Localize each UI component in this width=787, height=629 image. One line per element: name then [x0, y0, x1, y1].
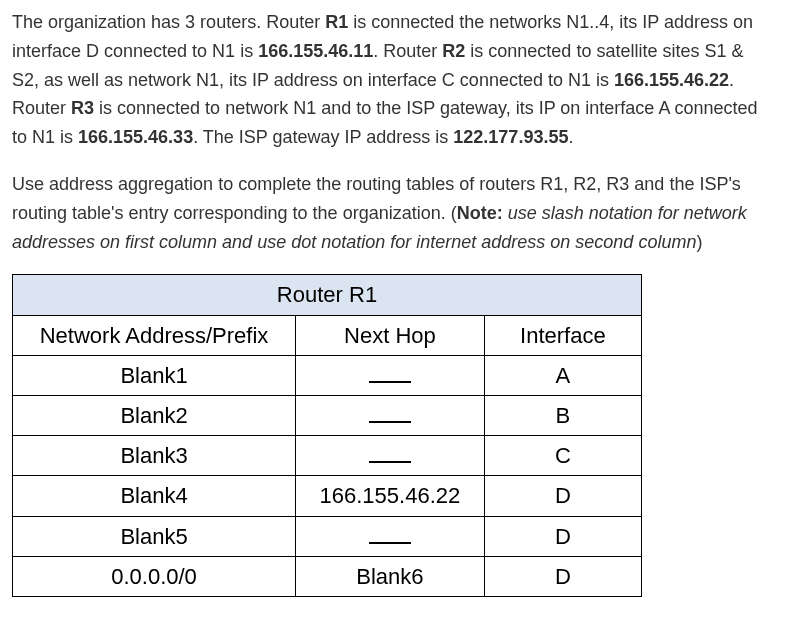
cell-interface: D — [484, 516, 641, 556]
cell-interface: B — [484, 395, 641, 435]
table-row: Blank2 B — [13, 395, 642, 435]
router-r3-bold: R3 — [71, 98, 94, 118]
text: . — [568, 127, 573, 147]
cell-network: Blank2 — [13, 395, 296, 435]
text: . Router — [373, 41, 442, 61]
text: The organization has 3 routers. Router — [12, 12, 325, 32]
cell-network: 0.0.0.0/0 — [13, 556, 296, 596]
router-r1-bold: R1 — [325, 12, 348, 32]
cell-interface: C — [484, 436, 641, 476]
header-network: Network Address/Prefix — [13, 315, 296, 355]
blank-dash — [369, 361, 411, 383]
blank-dash — [369, 522, 411, 544]
cell-next-hop — [296, 516, 485, 556]
table-row: Blank1 A — [13, 355, 642, 395]
blank-dash — [369, 441, 411, 463]
ip2-bold: 166.155.46.22 — [614, 70, 729, 90]
ip4-bold: 122.177.93.55 — [453, 127, 568, 147]
cell-network: Blank4 — [13, 476, 296, 516]
cell-network: Blank1 — [13, 355, 296, 395]
cell-network: Blank3 — [13, 436, 296, 476]
table-header-row: Network Address/Prefix Next Hop Interfac… — [13, 315, 642, 355]
problem-paragraph-2: Use address aggregation to complete the … — [12, 170, 775, 256]
cell-interface: A — [484, 355, 641, 395]
ip1-bold: 166.155.46.11 — [258, 41, 373, 61]
cell-next-hop — [296, 355, 485, 395]
routing-table-r1: Router R1 Network Address/Prefix Next Ho… — [12, 274, 642, 597]
blank-dash — [369, 401, 411, 423]
cell-interface: D — [484, 476, 641, 516]
text: . The ISP gateway IP address is — [193, 127, 453, 147]
cell-interface: D — [484, 556, 641, 596]
table-row: Blank3 C — [13, 436, 642, 476]
table-row: Blank5 D — [13, 516, 642, 556]
table-title-row: Router R1 — [13, 275, 642, 315]
problem-paragraph-1: The organization has 3 routers. Router R… — [12, 8, 775, 152]
cell-next-hop — [296, 395, 485, 435]
router-r2-bold: R2 — [442, 41, 465, 61]
cell-network: Blank5 — [13, 516, 296, 556]
cell-next-hop — [296, 436, 485, 476]
header-next-hop: Next Hop — [296, 315, 485, 355]
table-row: Blank4 166.155.46.22 D — [13, 476, 642, 516]
text: ) — [696, 232, 702, 252]
table-row: 0.0.0.0/0 Blank6 D — [13, 556, 642, 596]
cell-next-hop: 166.155.46.22 — [296, 476, 485, 516]
table-title: Router R1 — [13, 275, 642, 315]
header-interface: Interface — [484, 315, 641, 355]
ip3-bold: 166.155.46.33 — [78, 127, 193, 147]
cell-next-hop: Blank6 — [296, 556, 485, 596]
note-label: Note: — [457, 203, 503, 223]
